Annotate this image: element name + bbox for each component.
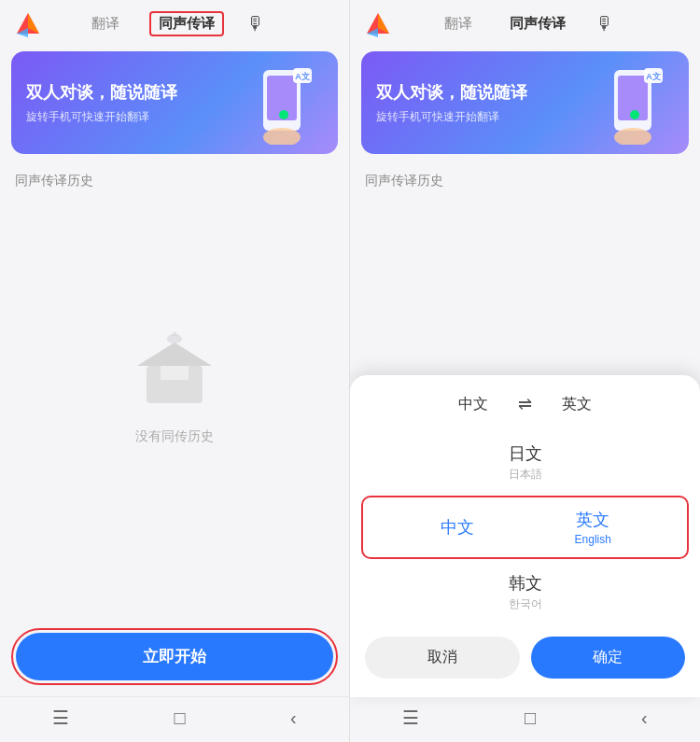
right-banner[interactable]: 双人对谈，随说随译 旋转手机可快速开始翻译 A文 xyxy=(361,51,689,154)
right-nav-mic-icon[interactable]: 🎙 xyxy=(595,13,614,35)
right-history-label: 同声传译历史 xyxy=(350,161,700,197)
japanese-sub: 日本語 xyxy=(509,467,542,483)
english-selected-sub: English xyxy=(575,533,611,546)
left-banner-illustration: A文 xyxy=(245,61,319,145)
left-logo xyxy=(15,11,41,37)
svg-marker-10 xyxy=(137,343,212,366)
lang-swap-icon[interactable]: ⇌ xyxy=(518,394,532,414)
english-selected-wrapper: 英文 English xyxy=(525,509,662,546)
source-lang-label[interactable]: 中文 xyxy=(458,395,488,414)
left-banner[interactable]: 双人对谈，随说随译 旋转手机可快速开始翻译 A文 xyxy=(11,51,338,154)
right-nav-bar: 翻译 同声传译 🎙 xyxy=(350,0,700,44)
korean-name: 韩文 xyxy=(509,572,542,595)
left-nav-back-icon[interactable]: ‹ xyxy=(290,707,297,729)
lang-item-japanese[interactable]: 日文 日本語 xyxy=(350,429,700,496)
korean-wrapper: 韩文 한국어 xyxy=(387,572,663,612)
left-nav-menu-icon[interactable]: ☰ xyxy=(52,707,69,729)
confirm-button[interactable]: 确定 xyxy=(531,637,686,679)
left-nav-bar: 翻译 同声传译 🎙 xyxy=(0,0,349,44)
left-banner-title: 双人对谈，随说随译 xyxy=(26,81,177,104)
svg-text:A文: A文 xyxy=(646,72,661,81)
left-empty-text: 没有同传历史 xyxy=(135,428,214,445)
right-banner-title: 双人对谈，随说随译 xyxy=(376,81,527,104)
japanese-wrapper: 日文 日本語 xyxy=(387,442,663,483)
left-empty-icon xyxy=(128,324,221,417)
svg-marker-12 xyxy=(171,331,178,336)
left-nav-mic-icon[interactable]: 🎙 xyxy=(246,13,265,35)
right-nav-home-icon[interactable]: □ xyxy=(525,707,536,729)
left-start-button[interactable]: 立即开始 xyxy=(16,633,333,680)
lang-item-korean[interactable]: 韩文 한국어 xyxy=(350,559,700,625)
left-start-btn-wrapper: 立即开始 xyxy=(0,628,349,696)
right-banner-illustration: A文 xyxy=(595,61,670,145)
right-logo xyxy=(365,11,391,37)
svg-point-20 xyxy=(630,110,639,119)
english-selected-name: 英文 xyxy=(576,509,609,531)
lang-picker-buttons: 取消 确定 xyxy=(350,625,700,686)
lang-picker-header: 中文 ⇌ 英文 xyxy=(350,394,700,414)
right-banner-subtitle: 旋转手机可快速开始翻译 xyxy=(376,109,527,125)
chinese-selected-name: 中文 xyxy=(441,516,474,539)
svg-point-7 xyxy=(279,110,288,119)
japanese-name: 日文 xyxy=(509,442,542,465)
left-start-btn-border: 立即开始 xyxy=(11,628,338,685)
left-empty-state: 没有同传历史 xyxy=(0,197,349,628)
left-history-label: 同声传译历史 xyxy=(0,161,349,197)
target-lang-label[interactable]: 英文 xyxy=(562,395,592,414)
right-bottom-nav: ☰ □ ‹ xyxy=(350,696,700,742)
right-nav-menu-icon[interactable]: ☰ xyxy=(402,707,419,729)
left-phone-screen: 翻译 同声传译 🎙 双人对谈，随说随译 旋转手机可快速开始翻译 A文 同声传译历… xyxy=(0,0,350,742)
left-nav-translate[interactable]: 翻译 xyxy=(84,11,127,36)
right-phone-screen: 翻译 同声传译 🎙 双人对谈，随说随译 旋转手机可快速开始翻译 A文 同声传译历… xyxy=(350,0,700,742)
right-nav-translate[interactable]: 翻译 xyxy=(437,11,480,36)
left-bottom-nav: ☰ □ ‹ xyxy=(0,696,349,742)
left-banner-subtitle: 旋转手机可快速开始翻译 xyxy=(26,109,177,125)
cancel-button[interactable]: 取消 xyxy=(365,637,520,679)
lang-item-selected[interactable]: 中文 英文 English xyxy=(361,496,689,559)
language-picker-panel: 中文 ⇌ 英文 日文 日本語 中文 英文 English 韩文 한국어 xyxy=(350,375,700,697)
right-nav-back-icon[interactable]: ‹ xyxy=(641,707,648,729)
right-banner-text: 双人对谈，随说随译 旋转手机可快速开始翻译 xyxy=(376,81,527,125)
left-nav-home-icon[interactable]: □ xyxy=(175,707,186,729)
right-nav-simultaneous[interactable]: 同声传译 xyxy=(502,11,573,36)
chinese-selected-wrapper: 中文 xyxy=(389,516,525,539)
left-banner-text: 双人对谈，随说随译 旋转手机可快速开始翻译 xyxy=(26,81,177,125)
korean-sub: 한국어 xyxy=(509,596,542,612)
svg-text:A文: A文 xyxy=(295,72,310,81)
left-nav-simultaneous[interactable]: 同声传译 xyxy=(149,11,224,36)
